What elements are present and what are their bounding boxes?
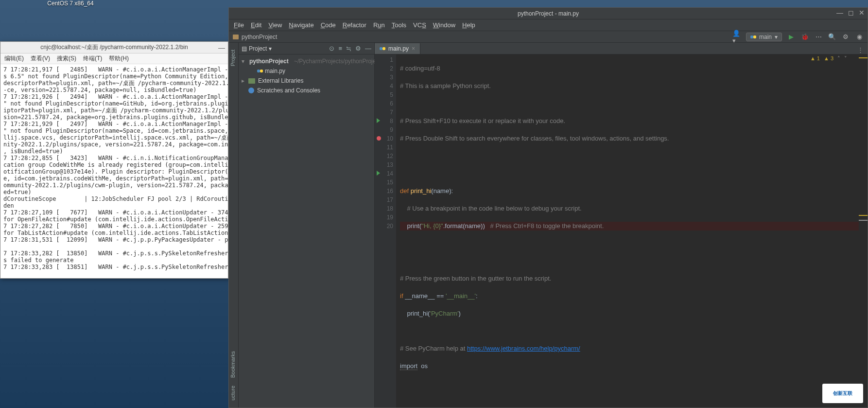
ide-toolbar: pythonProject 👤▾ main ▾ ▶ 🐞 ⋯ 🔍 ⚙ ◉ [229, 31, 868, 43]
editor-tab-main[interactable]: main.py × [375, 43, 420, 54]
python-file-icon [380, 46, 385, 52]
panel-settings-icon[interactable]: ⚙ [355, 45, 361, 52]
run-button[interactable]: ▶ [787, 33, 796, 41]
editor-area: main.py × ⋮ 1234567 8 9 10 111213 14 151… [375, 43, 868, 408]
hide-panel-icon[interactable]: — [365, 45, 371, 52]
add-user-icon[interactable]: 👤▾ [732, 33, 741, 41]
ide-close-button[interactable]: ✕ [859, 9, 865, 17]
library-icon [248, 78, 255, 84]
inspections-down-icon[interactable]: ˅ [844, 55, 847, 62]
breadcrumb-label: pythonProject [242, 34, 277, 40]
settings-button[interactable]: ⚙ [841, 33, 850, 41]
terminal-minimize-button[interactable]: — [218, 44, 225, 52]
ide-titlebar[interactable]: pythonProject - main.py — ◻ ✕ [229, 8, 868, 19]
tree-libs-label: External Libraries [258, 76, 303, 86]
gutter[interactable]: 1234567 8 9 10 111213 14 151617181920 [375, 54, 396, 408]
menu-run[interactable]: Run [373, 21, 385, 29]
breakpoint-icon[interactable] [377, 136, 381, 141]
folder-icon [233, 35, 239, 39]
desktop-icon-centos[interactable]: CentOS 7 x86_64 [41, 0, 100, 7]
term-menu-search[interactable]: 搜索(S) [57, 54, 76, 63]
terminal-title: cnjc@localhost:~/桌面 /pycharm-community-2… [40, 43, 188, 52]
ide-maximize-button[interactable]: ◻ [848, 9, 854, 17]
editor-body[interactable]: 1234567 8 9 10 111213 14 151617181920 # … [375, 54, 868, 408]
run-config-label: main [759, 34, 772, 40]
run-config-selector[interactable]: main ▾ [746, 33, 782, 41]
desktop-icon-label: CentOS 7 x86_64 [47, 0, 93, 7]
term-menu-edit[interactable]: 编辑(E) [4, 54, 24, 63]
tree-file-main: main.py [242, 66, 371, 76]
warning-count: ▲ 1 [810, 55, 820, 62]
menu-file[interactable]: File [234, 21, 244, 29]
menu-edit[interactable]: Edit [251, 21, 261, 29]
inspections-widget[interactable]: ▲ 1 ▲ 3 ˄ ˅ [810, 55, 847, 62]
term-menu-view[interactable]: 查看(V) [31, 54, 50, 63]
editor-tabs: main.py × ⋮ [375, 43, 868, 54]
python-file-icon [257, 68, 263, 74]
watermark: 创新互联 [822, 384, 863, 403]
tree-root: ▾ pythonProject ~/PycharmProjects/python… [242, 56, 371, 66]
term-menu-help[interactable]: 帮助(H) [109, 54, 129, 63]
run-more-button[interactable]: ⋯ [814, 33, 823, 41]
ide-title: pythonProject - main.py [518, 10, 579, 17]
close-tab-icon[interactable]: × [412, 45, 415, 52]
menu-refactor[interactable]: Refactor [343, 21, 366, 29]
terminal-output[interactable]: 7 17:28:21,917 [ 2485] WARN - #c.i.o.a.i… [0, 64, 228, 278]
tool-tab-project[interactable]: Project [229, 46, 238, 70]
tab-label: main.py [388, 45, 409, 52]
search-everywhere-button[interactable]: 🔍 [828, 33, 836, 41]
code-content[interactable]: # coding=utf-8 # This is a sample Python… [396, 54, 868, 408]
terminal-menubar: 编辑(E) 查看(V) 搜索(S) 终端(T) 帮助(H) [0, 53, 228, 64]
menu-tools[interactable]: Tools [392, 21, 406, 29]
locate-file-icon[interactable]: ⊙ [329, 45, 334, 52]
tree-file-label: main.py [265, 66, 285, 76]
tree-scratches-label: Scratches and Consoles [257, 86, 320, 95]
project-icon: ▤ [242, 45, 247, 52]
menu-help[interactable]: Help [462, 21, 475, 29]
tree-external-libs: ▸ External Libraries [242, 76, 371, 86]
expand-all-icon[interactable]: ≡ [338, 45, 342, 52]
tree-root-label: pythonProject [249, 56, 289, 66]
menu-window[interactable]: Window [433, 21, 455, 29]
project-panel-header: ▤ Project ▾ ⊙ ≡ ≒ ⚙ — [239, 43, 374, 54]
scratch-icon [248, 88, 254, 93]
tab-list-icon[interactable]: ⋮ [856, 45, 865, 54]
chevron-down-icon: ▾ [775, 34, 778, 40]
project-panel: ▤ Project ▾ ⊙ ≡ ≒ ⚙ — ▾ pythonProject [239, 43, 375, 408]
ide-minimize-button[interactable]: — [836, 9, 843, 17]
project-view-selector[interactable]: ▤ Project ▾ [242, 45, 272, 52]
collapse-all-icon[interactable]: ≒ [346, 45, 351, 52]
tool-tab-bookmarks[interactable]: Bookmarks [229, 347, 237, 382]
terminal-titlebar[interactable]: cnjc@localhost:~/桌面 /pycharm-community-2… [0, 42, 228, 53]
debug-button[interactable]: 🐞 [800, 33, 809, 41]
project-tree[interactable]: ▾ pythonProject ~/PycharmProjects/python… [239, 54, 374, 97]
tree-root-path: ~/PycharmProjects/pythonProje [294, 56, 376, 66]
ide-menubar: File Edit View Navigate Code Refactor Ru… [229, 19, 868, 31]
inspections-up-icon[interactable]: ˄ [837, 55, 840, 62]
updates-button[interactable]: ◉ [855, 33, 864, 41]
breadcrumb[interactable]: pythonProject [233, 34, 277, 40]
weak-warning-count: ▲ 3 [824, 55, 833, 62]
menu-view[interactable]: View [268, 21, 282, 29]
terminal-window: cnjc@localhost:~/桌面 /pycharm-community-2… [0, 41, 228, 279]
chevron-right-icon[interactable]: ▸ [242, 76, 246, 86]
tree-scratches: Scratches and Consoles [242, 86, 371, 95]
project-header-label: Project [249, 45, 267, 52]
chevron-down-icon: ▾ [269, 45, 272, 52]
tool-tab-structure[interactable]: ucture [229, 382, 237, 405]
ide-window: pythonProject - main.py — ◻ ✕ File Edit … [228, 7, 868, 408]
left-tool-stripe: Project Bookmarks ucture [229, 43, 239, 408]
chevron-down-icon[interactable]: ▾ [242, 56, 244, 66]
error-stripe[interactable] [859, 54, 868, 408]
menu-code[interactable]: Code [321, 21, 336, 29]
gutter-run-icon[interactable] [377, 118, 380, 123]
watermark-text: 创新互联 [833, 390, 852, 397]
menu-navigate[interactable]: Navigate [289, 21, 313, 29]
gutter-run-icon[interactable] [377, 171, 380, 176]
term-menu-terminal[interactable]: 终端(T) [83, 54, 102, 63]
python-icon [750, 34, 756, 40]
menu-vcs[interactable]: VCS [413, 21, 426, 29]
